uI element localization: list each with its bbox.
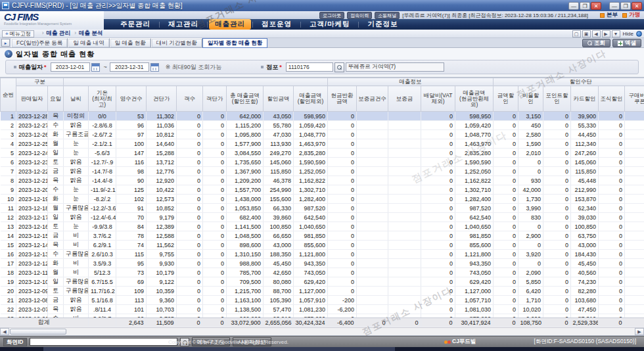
cell: 0 — [599, 296, 625, 305]
channel-button[interactable]: 소통채널 — [375, 12, 400, 19]
table-row[interactable]: 132023-12-16토눈-9.9/3.88412,389001,141,50… — [1, 222, 644, 231]
nav-item-1[interactable]: 재고관리 — [161, 19, 206, 30]
tab-list-button[interactable]: ▼ — [612, 30, 620, 37]
table-row[interactable]: 212023-12-08금맑음5.1/16.81139,360001,163,1… — [1, 296, 644, 305]
franchise-label[interactable]: 가맹 — [629, 11, 640, 19]
layout-icon[interactable]: ▢ — [572, 30, 581, 37]
table-row[interactable]: 172023-12-12화비3.5/9.3959,93000988,80045,… — [1, 259, 644, 268]
cell: 96 — [116, 121, 147, 130]
store-search-button[interactable] — [334, 62, 344, 72]
access-history-button[interactable]: 접속이력 — [347, 12, 372, 19]
cell: 15 — [1, 241, 16, 250]
cell: 0 — [625, 204, 644, 213]
nav-item-3[interactable]: 점포운영 — [254, 19, 299, 30]
child-minimize-button[interactable]: — — [568, 2, 579, 10]
table-row[interactable]: 192023-12-10일구름많음6.7/15.5699,12200709,50… — [1, 277, 644, 287]
excel-button[interactable]: 엑셀 — [612, 39, 641, 47]
nav-item-0[interactable]: 주문관리 — [113, 19, 158, 30]
hide-label[interactable]: Hide — [623, 31, 633, 37]
restore-button[interactable]: ❐ — [620, 2, 631, 10]
tab-4[interactable]: 일자별 종합 매출 현황 — [202, 38, 268, 48]
tab-1[interactable]: 일 매출 내역 — [68, 38, 109, 47]
cell: 0 — [599, 112, 625, 121]
search-button[interactable]: 조회 — [582, 39, 610, 47]
hq-label[interactable]: 본부 — [607, 11, 618, 19]
table-row[interactable]: 152023-12-14목비6.2/9.17411,56200898,60043… — [1, 241, 644, 250]
cell: 0 — [625, 176, 644, 185]
window-icon[interactable]: ▣ — [582, 30, 591, 37]
col-header: 보증금 — [388, 86, 421, 112]
date-from-input[interactable] — [51, 62, 90, 72]
screen-id-input[interactable] — [30, 338, 177, 346]
table-row[interactable]: 62023-12-23토맑음-12.7/-.911613,712001,735,… — [1, 158, 644, 167]
table-row[interactable]: 112023-12-18월구름많음-12.2/-3.69110,852001,0… — [1, 204, 644, 213]
table-row[interactable]: 72023-12-22금맑음-14.7/-89812,776001,367,90… — [1, 167, 644, 176]
cell: 0 — [177, 277, 203, 287]
scroll-left-arrow[interactable]: ◀ — [0, 328, 9, 335]
cell: 0 — [543, 121, 571, 130]
cell: 0 — [177, 204, 203, 213]
logout-button[interactable]: 로그아웃 — [319, 12, 344, 19]
table-row[interactable]: 32023-12-26화구름조금-2.6/7.29710,812001,095,… — [1, 130, 644, 139]
table-row[interactable]: 42023-12-25월눈-2.1/2.110014,640001,577,90… — [1, 139, 644, 149]
table-row[interactable]: 92023-12-20수눈-11.9/-2.112510,422001,557,… — [1, 185, 644, 195]
calendar-icon[interactable] — [91, 63, 100, 72]
table-row[interactable]: 12023-12-28목미정의0/05311,30200642,00043,05… — [1, 112, 644, 121]
date-to-input[interactable] — [110, 62, 149, 72]
cell: 12,588 — [147, 231, 177, 241]
table-row[interactable]: 222023-12-07목맑음.8/11.410110,703001,138,5… — [1, 305, 644, 314]
nav-item-5[interactable]: 기준정보 — [360, 19, 405, 30]
table-row[interactable]: 162023-12-13수구름많음2.6/10.31159,755001,310… — [1, 250, 644, 259]
table-row[interactable]: 82023-12-21목맑음-14.4/-89012,920001,209,20… — [1, 176, 644, 185]
tab-scroll-right-button[interactable]: ▶ — [602, 30, 610, 37]
table-row[interactable]: 52023-12-24일눈-5.6/314715,288003,084,5502… — [1, 149, 644, 158]
brand-logo: CJ FIMS Foodville Integration Management… — [0, 11, 104, 30]
table-row[interactable]: 182023-12-11월비5/12.37310,17900785,70042,… — [1, 268, 644, 277]
hide-toggle-icon[interactable] — [636, 31, 642, 37]
table-row[interactable]: 102023-12-19화눈-8.2/.210212,573001,438,00… — [1, 195, 644, 204]
cell — [388, 185, 421, 195]
cell — [388, 296, 421, 305]
cell: 맑음 — [64, 305, 89, 314]
table-row[interactable]: 122023-12-17일맑음-12.4/-6.4709,17900682,40… — [1, 213, 644, 222]
minimize-button[interactable]: — — [609, 2, 620, 10]
cell: 0 — [599, 149, 625, 158]
store-code-input[interactable] — [286, 62, 333, 72]
cell: 0 — [203, 112, 227, 121]
table-row[interactable]: 202023-12-09토구름많음11.7/16.210910,359001,2… — [1, 287, 644, 296]
cell: 103,680 — [571, 296, 599, 305]
scrollbar-thumb[interactable] — [10, 329, 66, 335]
tab-2[interactable]: 일 매출 현황 — [110, 38, 151, 47]
table-row[interactable]: 22023-12-27수맑음-2.8/6.89611,036001,115,20… — [1, 121, 644, 130]
cell: 0 — [203, 139, 227, 149]
horizontal-scrollbar[interactable]: ◀ ▶ — [0, 327, 644, 335]
tab-3[interactable]: 대비 기간별현황 — [151, 38, 202, 47]
col-header: 포인트할인 — [543, 86, 571, 112]
cell: 5,850 — [518, 277, 543, 287]
close-button[interactable]: ✕ — [632, 2, 642, 10]
tab-scroll-left-button[interactable]: ◀ — [592, 30, 601, 37]
cell: -11.9/-2.1 — [89, 185, 116, 195]
tab-0[interactable]: FC(일반)주문 등록 — [11, 38, 68, 47]
table-row[interactable]: 142023-12-15금비3.7/6.27812,588001,048,500… — [1, 231, 644, 241]
cell: 2,010 — [518, 149, 543, 158]
child-close-button[interactable]: ✕ — [591, 2, 601, 10]
col-header: 매출금액 (현금반환제외) — [455, 86, 494, 112]
cell: 1,710 — [518, 296, 543, 305]
cell: 95 — [116, 259, 147, 268]
scroll-right-arrow[interactable]: ▶ — [635, 328, 644, 335]
cell: 1,590 — [518, 139, 543, 149]
cell: 1,081,230 — [294, 305, 328, 314]
tab-arrow-icon[interactable]: ▸ — [1, 39, 10, 47]
total-cell — [88, 318, 116, 327]
cell — [357, 250, 388, 259]
cell: 1,590,590 — [455, 158, 494, 167]
calendar-icon[interactable] — [150, 63, 159, 72]
nav-item-4[interactable]: 고객/마케팅 — [302, 19, 357, 30]
nav-item-2[interactable]: 매출관리 — [209, 19, 251, 30]
cell: 0 — [494, 277, 518, 287]
cell: 0 — [625, 259, 644, 268]
cell: 화 — [48, 259, 64, 268]
child-restore-button[interactable]: ❐ — [580, 2, 590, 10]
grid-total-row: 합계2,64311,5090033,072,9002,655,05630,424… — [0, 317, 644, 327]
